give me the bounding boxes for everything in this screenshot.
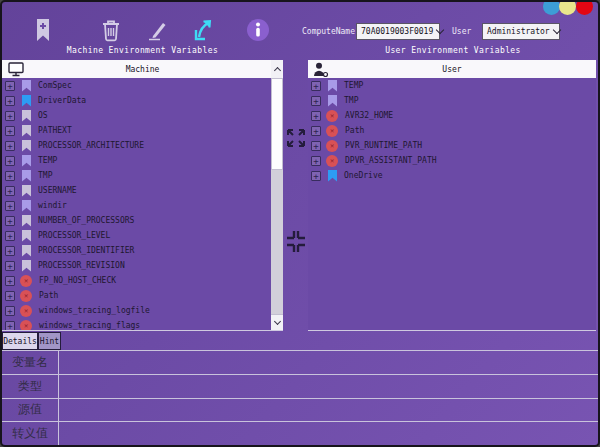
variable-row[interactable]: +✕AVR32_HOME bbox=[308, 108, 596, 123]
expand-plus-button[interactable]: + bbox=[5, 276, 15, 286]
tab-hint[interactable]: Hint bbox=[38, 332, 61, 350]
variable-row[interactable]: +ComSpec bbox=[2, 78, 271, 93]
variable-name: PROCESSOR_REVISION bbox=[38, 261, 125, 270]
expand-plus-button[interactable]: + bbox=[5, 96, 15, 106]
variable-row[interactable]: +TEMP bbox=[308, 78, 596, 93]
variable-name: Path bbox=[345, 126, 364, 135]
variable-row[interactable]: +✕windows_tracing_logfile bbox=[2, 303, 271, 318]
expand-plus-button[interactable]: + bbox=[311, 141, 321, 151]
expand-plus-button[interactable]: + bbox=[5, 246, 15, 256]
variable-name: OneDrive bbox=[344, 171, 383, 180]
scrollbar-thumb[interactable] bbox=[271, 78, 283, 170]
pencil-icon bbox=[145, 17, 171, 43]
variable-row[interactable]: +✕Path bbox=[308, 123, 596, 138]
expand-plus-button[interactable]: + bbox=[5, 231, 15, 241]
monitor-icon bbox=[7, 62, 25, 77]
variable-row[interactable]: +TMP bbox=[308, 93, 596, 108]
variable-row[interactable]: +✕DPVR_ASSISTANT_PATH bbox=[308, 153, 596, 168]
window-control-blue[interactable] bbox=[543, 0, 560, 15]
bookmark-icon bbox=[22, 245, 31, 257]
detail-row-label: 源值 bbox=[2, 399, 59, 422]
edit-button[interactable] bbox=[145, 17, 171, 43]
user-dropdown[interactable]: Administrator bbox=[482, 23, 560, 40]
window-control-yellow[interactable] bbox=[559, 0, 576, 15]
info-button[interactable] bbox=[245, 17, 271, 43]
variable-row[interactable]: +OS bbox=[2, 108, 271, 123]
bookmark-icon bbox=[22, 230, 31, 242]
computename-dropdown[interactable]: 70A0019003F0019 bbox=[356, 23, 440, 40]
variable-row[interactable]: +PATHEXT bbox=[2, 123, 271, 138]
expand-plus-button[interactable]: + bbox=[5, 321, 15, 331]
machine-section-title: Machine Environment Variables bbox=[2, 46, 283, 57]
variable-row[interactable]: +USERNAME bbox=[2, 183, 271, 198]
window-control-red[interactable] bbox=[576, 0, 593, 15]
error-x-icon: ✕ bbox=[20, 290, 32, 302]
variable-row[interactable]: +windir bbox=[2, 198, 271, 213]
error-x-icon: ✕ bbox=[20, 305, 32, 317]
variable-row[interactable]: +PROCESSOR_LEVEL bbox=[2, 228, 271, 243]
machine-variable-list: +ComSpec+DriverData+OS+PATHEXT+PROCESSOR… bbox=[2, 78, 271, 330]
expand-plus-button[interactable]: + bbox=[5, 201, 15, 211]
expand-arrows-button[interactable] bbox=[285, 122, 307, 154]
tab-details[interactable]: Details bbox=[2, 332, 38, 350]
variable-row[interactable]: +NUMBER_OF_PROCESSORS bbox=[2, 213, 271, 228]
variable-row[interactable]: +TMP bbox=[2, 168, 271, 183]
machine-scrollbar[interactable] bbox=[271, 60, 283, 330]
variable-row[interactable]: +PROCESSOR_REVISION bbox=[2, 258, 271, 273]
collapse-arrows-icon bbox=[285, 248, 307, 263]
expand-plus-button[interactable]: + bbox=[5, 156, 15, 166]
variable-row[interactable]: +✕windows_tracing_flags bbox=[2, 318, 271, 330]
variable-name: windir bbox=[38, 201, 67, 210]
expand-plus-button[interactable]: + bbox=[311, 111, 321, 121]
expand-plus-button[interactable]: + bbox=[311, 81, 321, 91]
variable-name: FP_NO_HOST_CHECK bbox=[39, 276, 116, 285]
expand-plus-button[interactable]: + bbox=[5, 81, 15, 91]
bookmark-icon bbox=[22, 185, 31, 197]
info-icon bbox=[245, 17, 271, 43]
expand-plus-button[interactable]: + bbox=[5, 216, 15, 226]
delete-button[interactable] bbox=[98, 17, 124, 43]
variable-name: PROCESSOR_IDENTIFIER bbox=[38, 246, 134, 255]
scroll-down-button[interactable] bbox=[271, 314, 283, 330]
expand-plus-button[interactable]: + bbox=[5, 126, 15, 136]
variable-name: windows_tracing_flags bbox=[39, 321, 140, 330]
variable-name: TMP bbox=[38, 171, 52, 180]
detail-row-label: 类型 bbox=[2, 375, 59, 398]
bookmark-icon bbox=[22, 215, 31, 227]
person-icon bbox=[313, 62, 329, 77]
variable-row[interactable]: +PROCESSOR_IDENTIFIER bbox=[2, 243, 271, 258]
variable-row[interactable]: +✕PVR_RUNTIME_PATH bbox=[308, 138, 596, 153]
error-x-icon: ✕ bbox=[326, 140, 338, 152]
expand-plus-button[interactable]: + bbox=[5, 186, 15, 196]
variable-name: ComSpec bbox=[38, 81, 72, 90]
expand-plus-button[interactable]: + bbox=[5, 306, 15, 316]
variable-row[interactable]: +TEMP bbox=[2, 153, 271, 168]
expand-plus-button[interactable]: + bbox=[311, 96, 321, 106]
scroll-up-button[interactable] bbox=[271, 60, 283, 79]
user-value: Administrator bbox=[487, 27, 550, 36]
detail-row-label: 转义值 bbox=[2, 422, 59, 445]
expand-plus-button[interactable]: + bbox=[311, 126, 321, 136]
variable-row[interactable]: +PROCESSOR_ARCHITECTURE bbox=[2, 138, 271, 153]
chevron-down-icon bbox=[436, 26, 444, 34]
variable-name: OS bbox=[38, 111, 48, 120]
variable-row[interactable]: +DriverData bbox=[2, 93, 271, 108]
expand-plus-button[interactable]: + bbox=[5, 111, 15, 121]
bookmark-add-button[interactable] bbox=[30, 17, 56, 43]
expand-plus-button[interactable]: + bbox=[5, 291, 15, 301]
share-export-button[interactable] bbox=[190, 17, 216, 43]
detail-row-value bbox=[59, 375, 598, 398]
expand-plus-button[interactable]: + bbox=[5, 171, 15, 181]
user-label: User bbox=[452, 27, 471, 36]
expand-plus-button[interactable]: + bbox=[311, 171, 321, 181]
variable-name: windows_tracing_logfile bbox=[39, 306, 150, 315]
expand-plus-button[interactable]: + bbox=[5, 141, 15, 151]
expand-arrows-icon bbox=[285, 142, 307, 157]
variable-row[interactable]: +✕FP_NO_HOST_CHECK bbox=[2, 273, 271, 288]
collapse-arrows-button[interactable] bbox=[285, 224, 307, 260]
expand-plus-button[interactable]: + bbox=[311, 156, 321, 166]
variable-name: DPVR_ASSISTANT_PATH bbox=[345, 156, 437, 165]
variable-row[interactable]: +OneDrive bbox=[308, 168, 596, 183]
variable-row[interactable]: +✕Path bbox=[2, 288, 271, 303]
expand-plus-button[interactable]: + bbox=[5, 261, 15, 271]
